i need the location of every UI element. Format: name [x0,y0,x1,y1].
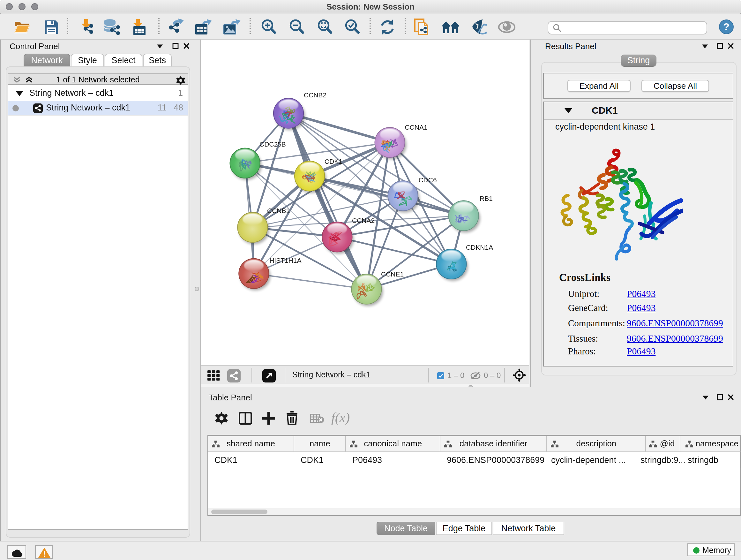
svg-text:CCNE1: CCNE1 [381,270,404,278]
svg-text:CCNB2: CCNB2 [304,91,327,99]
svg-text:CDK1: CDK1 [325,158,342,165]
svg-text:HIST1H1A: HIST1H1A [269,257,301,264]
svg-text:CDC6: CDC6 [418,176,436,184]
svg-text:CCNA1: CCNA1 [405,124,427,131]
svg-text:RB1: RB1 [480,195,493,202]
svg-text:?: ? [723,21,730,33]
svg-text:CCNB1: CCNB1 [267,207,290,214]
svg-text:CDKN1A: CDKN1A [466,244,493,251]
svg-text:CDC25B: CDC25B [259,140,286,148]
svg-text:CCNA2: CCNA2 [352,217,375,224]
